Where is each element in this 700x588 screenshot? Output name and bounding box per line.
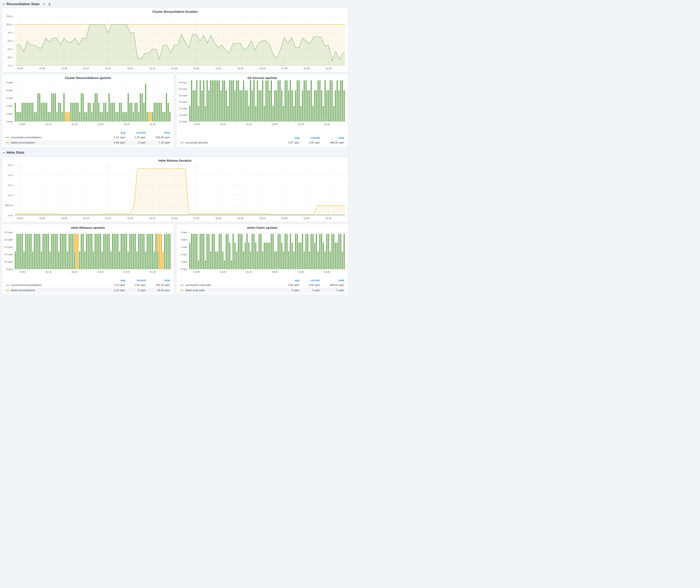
bar-successful: [155, 103, 156, 121]
legend-sort-avg[interactable]: avg: [278, 136, 299, 139]
legend-series-label[interactable]: successful reconciliations: [6, 136, 103, 139]
bar-successful: [330, 251, 331, 269]
bar-successful: [316, 90, 317, 121]
bar-successful: [264, 243, 265, 269]
x-tick-label: 15:28: [281, 67, 287, 70]
legend-series-label[interactable]: successful chart pulls: [180, 284, 278, 287]
legend-series-label[interactable]: failed chart pulls: [180, 289, 278, 292]
bar-successful: [116, 112, 117, 121]
chart-canvas-helm-charts-opm[interactable]: 0 opm1 opm2 opm3 opm4 opm5 opm15:0515:10…: [176, 230, 348, 274]
x-tick-label: 15:10: [45, 271, 52, 273]
bar-successful: [147, 112, 148, 121]
panel-title[interactable]: Helm Releases ops/min: [2, 224, 174, 230]
legend-sort-current[interactable]: current: [299, 136, 320, 139]
bar-successful: [323, 243, 324, 269]
legend-series-label[interactable]: failed reconciliations: [6, 289, 103, 292]
y-tick-label: 3 opm: [181, 246, 187, 248]
legend-sort-current[interactable]: current: [125, 279, 146, 282]
legend-sort-avg[interactable]: avg: [278, 279, 299, 282]
legend-value-current: 0 opm: [125, 289, 146, 292]
bar-successful: [51, 93, 52, 121]
section-header-helm-stats: Helm Stats: [2, 149, 348, 156]
y-tick-label: 1.0 s: [8, 194, 13, 197]
legend-sort-total[interactable]: total: [320, 279, 344, 282]
legend-series-label[interactable]: successful git pulls: [180, 141, 278, 144]
bar-successful: [262, 251, 263, 269]
bar-successful: [79, 112, 80, 121]
bar-successful: [234, 90, 235, 121]
bar-successful: [333, 234, 334, 269]
bar-successful: [344, 90, 345, 121]
panel-title[interactable]: Cluster Reconciliations ops/min: [2, 74, 174, 80]
bar-successful: [157, 251, 158, 269]
y-tick-label: 3.5 opm: [179, 88, 187, 90]
y-tick-label: 1 opm: [181, 260, 187, 263]
bar-successful: [229, 80, 230, 121]
bar-successful: [193, 234, 194, 269]
bar-successful: [331, 234, 332, 269]
section-toggle-reconciliation-stats[interactable]: Reconciliation Stats: [3, 2, 40, 6]
legend-sort-total[interactable]: total: [146, 131, 170, 134]
bar-successful: [22, 103, 23, 121]
chart-canvas-helm-releases-opm[interactable]: 0 opm0.5 opm1.0 opm1.5 opm2.0 opm2.5 opm…: [2, 230, 174, 274]
bar-successful: [70, 234, 71, 269]
legend-series-label[interactable]: failed reconciliations: [6, 141, 103, 144]
y-tick-label: 1.5 s: [8, 184, 13, 186]
y-tick-label: 500 ms: [5, 204, 13, 207]
bar-successful: [82, 93, 84, 121]
bar-successful: [243, 80, 244, 121]
panel-title[interactable]: Helm Release Duration: [2, 157, 348, 163]
legend-series-label[interactable]: successful reconciliations: [6, 284, 103, 287]
legend-sort-current[interactable]: current: [125, 131, 146, 134]
y-tick-label: 0 ns: [8, 214, 13, 217]
bar-successful: [189, 243, 190, 269]
gear-icon[interactable]: [42, 3, 45, 6]
panel-title[interactable]: Cluster Reconciliation Duration: [2, 8, 348, 14]
legend-value-total: 0 opm: [320, 289, 344, 292]
legend-sort-total[interactable]: total: [146, 279, 170, 282]
bar-successful: [233, 80, 234, 121]
legend-series-name: failed reconciliations: [11, 141, 35, 144]
section-toggle-helm-stats[interactable]: Helm Stats: [3, 151, 24, 155]
panel-title[interactable]: Helm Charts ops/min: [176, 224, 348, 230]
bar-successful: [286, 80, 287, 121]
bar-successful: [93, 103, 94, 121]
legend-row: successful git pulls2.87 opm2.40 opm346.…: [179, 140, 345, 145]
bar-successful: [245, 90, 246, 121]
bar-successful: [123, 234, 124, 269]
bar-successful: [143, 234, 144, 269]
bar-successful: [25, 103, 26, 121]
bar-successful: [257, 251, 258, 269]
bar-successful: [152, 112, 153, 121]
bar-successful: [205, 106, 206, 121]
bar-successful: [169, 112, 170, 121]
legend-helm-charts: avgcurrenttotalsuccessful chart pulls3.8…: [176, 278, 348, 294]
panel-title[interactable]: Git Sources ops/min: [176, 74, 348, 80]
bar-successful: [222, 251, 223, 269]
bar-successful: [255, 243, 256, 269]
bar-successful: [105, 234, 106, 269]
bar-successful: [60, 234, 61, 269]
legend-sort-current[interactable]: current: [299, 279, 320, 282]
panel-git-sources-opm: Git Sources ops/min 1.0 opm1.5 opm2.0 op…: [176, 74, 348, 148]
bar-successful: [107, 112, 108, 121]
legend-sort-avg[interactable]: avg: [103, 131, 125, 134]
chart-canvas-git-sources-opm[interactable]: 1.0 opm1.5 opm2.0 opm2.5 opm3.0 opm3.5 o…: [176, 80, 348, 127]
bar-successful: [121, 103, 122, 121]
bar-successful: [247, 90, 248, 121]
chart-canvas-cluster-reconciliation-duration[interactable]: 7.5 s8.0 s8.5 s9.0 s9.5 s10.0 s10.5 s15:…: [2, 14, 348, 71]
y-tick-label: 2.0 s: [8, 174, 13, 176]
legend-sort-avg[interactable]: avg: [103, 279, 125, 282]
legend-sort-total[interactable]: total: [320, 136, 344, 139]
bar-successful: [62, 112, 63, 121]
chart-canvas-cluster-reconciliations-opm[interactable]: 0 opm1 opm2 opm3 opm4 opm5 opm15:0515:10…: [2, 80, 174, 127]
trash-icon[interactable]: [48, 3, 51, 6]
bar-successful: [342, 251, 343, 269]
bar-successful: [155, 234, 156, 269]
bar-successful: [259, 234, 260, 269]
bar-successful: [88, 103, 89, 121]
bar-successful: [271, 80, 272, 121]
chart-canvas-helm-release-duration[interactable]: 0 ns500 ms1.0 s1.5 s2.0 s2.5 s15:0415:06…: [2, 163, 348, 221]
panel-cluster-reconciliations-opm: Cluster Reconciliations ops/min 0 opm1 o…: [2, 74, 174, 148]
bar-successful: [297, 80, 298, 121]
